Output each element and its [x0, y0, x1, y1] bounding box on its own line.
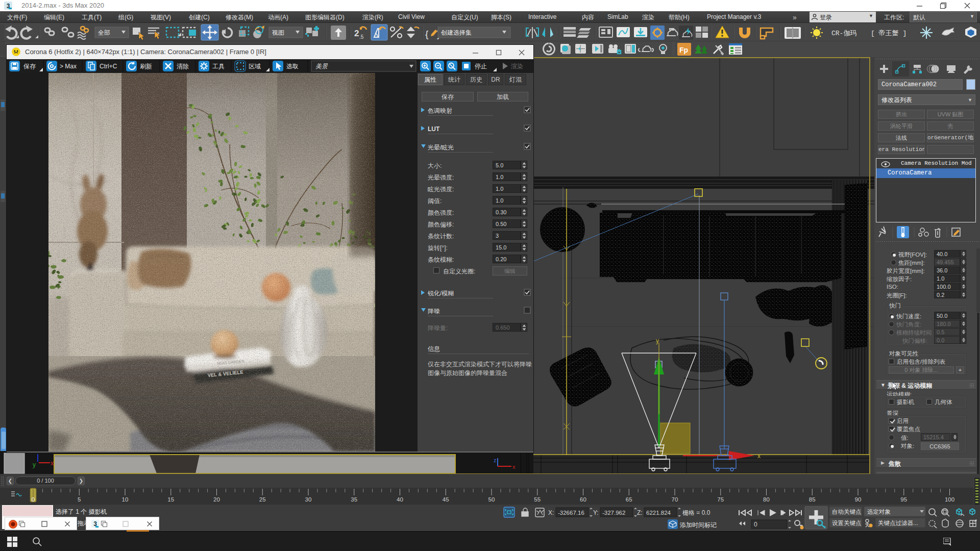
svg-text:x: x — [512, 464, 516, 470]
svg-text:停止: 停止 — [475, 63, 487, 70]
svg-text:Ctrl+C: Ctrl+C — [100, 63, 117, 70]
svg-text:仅在非交互式渲染模式下才可以将降噪: 仅在非交互式渲染模式下才可以将降噪 — [428, 361, 532, 368]
svg-text:6221.824: 6221.824 — [646, 510, 671, 516]
svg-text:区域: 区域 — [249, 63, 261, 70]
svg-text:Y:: Y: — [593, 509, 599, 516]
svg-text:60: 60 — [580, 496, 586, 503]
svg-text:设置关键点: 设置关键点 — [832, 520, 862, 526]
svg-text:100: 100 — [945, 496, 954, 503]
svg-text:刷新: 刷新 — [140, 63, 152, 70]
svg-text:y: y — [33, 461, 36, 468]
svg-text:x: x — [757, 453, 761, 460]
svg-text:55: 55 — [534, 496, 541, 503]
svg-text:z: z — [494, 457, 497, 463]
svg-text:全部: 全部 — [98, 29, 110, 36]
svg-text:Z:: Z: — [637, 509, 643, 516]
svg-text:色调映射: 色调映射 — [427, 107, 452, 114]
svg-text:LUT: LUT — [428, 126, 440, 133]
svg-text:x: x — [51, 460, 54, 467]
svg-text:> Max: > Max — [60, 63, 77, 70]
svg-text:0: 0 — [754, 521, 757, 528]
svg-text:75: 75 — [717, 496, 724, 503]
svg-text:Fp: Fp — [679, 46, 688, 54]
svg-text:50: 50 — [488, 496, 495, 503]
svg-text:30: 30 — [305, 496, 312, 503]
svg-text:锐化/模糊: 锐化/模糊 — [427, 290, 454, 297]
svg-text:.5: .5 — [359, 34, 364, 40]
svg-text:85: 85 — [809, 496, 816, 503]
svg-text:添加时间标记: 添加时间标记 — [680, 521, 717, 529]
svg-text:-327.962: -327.962 — [602, 510, 625, 516]
svg-text:美景: 美景 — [315, 63, 328, 70]
svg-text:15: 15 — [167, 496, 174, 503]
svg-text:创建选择集: 创建选择集 — [440, 29, 472, 36]
svg-text:工具: 工具 — [212, 63, 225, 70]
svg-text:清除: 清除 — [177, 63, 189, 70]
svg-text:CR-伽玛: CR-伽玛 — [831, 30, 856, 37]
svg-text:渲染: 渲染 — [511, 63, 523, 70]
svg-text:65: 65 — [626, 496, 632, 503]
svg-text:视图: 视图 — [272, 29, 284, 36]
svg-text:25: 25 — [259, 496, 266, 503]
svg-text:70: 70 — [672, 496, 678, 503]
svg-text:0: 0 — [32, 496, 35, 503]
svg-text:光晕/眩光: 光晕/眩光 — [428, 144, 454, 151]
svg-text:35: 35 — [351, 496, 357, 503]
svg-text:40: 40 — [397, 496, 403, 503]
svg-text:[ 帝王蟹 ]: [ 帝王蟹 ] — [871, 29, 906, 37]
svg-text:选取: 选取 — [286, 63, 299, 70]
svg-text:降噪: 降噪 — [428, 308, 440, 315]
svg-text:图像与原始图像的降噪量混合: 图像与原始图像的降噪量混合 — [428, 369, 507, 377]
svg-text:关键点过滤器...: 关键点过滤器... — [878, 520, 918, 526]
svg-text:信息: 信息 — [428, 345, 440, 353]
svg-text:-32667.16: -32667.16 — [558, 510, 584, 516]
svg-text:选定对象: 选定对象 — [867, 509, 891, 515]
svg-text:2: 2 — [354, 29, 359, 38]
svg-text:80: 80 — [763, 496, 770, 503]
svg-text:90: 90 — [855, 496, 862, 503]
svg-text:10: 10 — [122, 496, 129, 503]
svg-text:X:: X: — [548, 509, 554, 516]
svg-text:保存: 保存 — [23, 63, 36, 70]
svg-text:y: y — [656, 337, 659, 344]
svg-text:5: 5 — [78, 496, 81, 503]
svg-text:95: 95 — [900, 496, 907, 503]
svg-text:20: 20 — [213, 496, 220, 503]
svg-text:自动关键点: 自动关键点 — [832, 509, 862, 515]
svg-text:栅格 = 0.0: 栅格 = 0.0 — [682, 509, 710, 516]
svg-text:45: 45 — [443, 496, 449, 503]
svg-text:{: { — [425, 29, 429, 39]
